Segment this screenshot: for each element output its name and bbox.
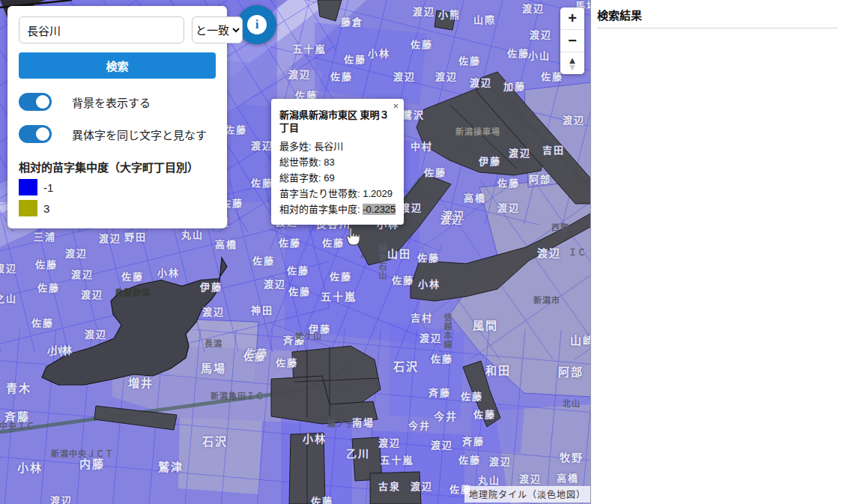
toggle-knob <box>36 95 49 109</box>
info-icon: i <box>247 15 267 34</box>
background-toggle[interactable] <box>19 93 52 111</box>
legend-swatch <box>19 200 37 216</box>
variant-chars-toggle[interactable] <box>19 125 52 143</box>
search-results-panel: 検索結果 <box>590 0 845 504</box>
popup-close-icon[interactable]: × <box>393 101 399 111</box>
map-zoom-control: + − ▲ ▼ <box>560 7 584 74</box>
legend: -13 <box>19 179 216 216</box>
search-button[interactable]: 検索 <box>19 52 216 79</box>
popup-stat-value: -0.2325 <box>363 204 396 215</box>
toggle-knob <box>36 127 49 141</box>
popup-stat-value: 長谷川 <box>314 141 343 152</box>
popup-stat-row: 総世帯数: 83 <box>279 154 396 170</box>
legend-value: 3 <box>43 202 49 215</box>
zoom-in-button[interactable]: + <box>560 7 584 30</box>
map-attribution: 地理院タイル（淡色地図） <box>464 486 590 503</box>
popup-stat-row: 苗字当たり世帯数: 1.2029 <box>279 186 396 201</box>
legend-title: 相対的苗字集中度（大字町丁目別） <box>19 159 216 174</box>
results-divider <box>597 28 838 28</box>
popup-stat-value: 69 <box>324 172 334 183</box>
popup-stat-row: 総苗字数: 69 <box>279 170 396 186</box>
background-toggle-label: 背景を表示する <box>72 94 151 110</box>
popup-stat-row: 最多姓: 長谷川 <box>279 139 396 154</box>
results-title: 検索結果 <box>597 7 838 22</box>
app-window: 藤倉渡辺小熊山際渡辺渡辺馬場五十嵐佐藤小林佐藤佐藤佐藤小山渡辺佐藤渡辺渡辺渡辺加… <box>0 0 845 504</box>
legend-value: -1 <box>43 181 53 194</box>
feature-popup: × 新潟県新潟市東区 東明３丁目 最多姓: 長谷川総世帯数: 83総苗字数: 6… <box>271 99 404 225</box>
compass-reset-button[interactable]: ▲ ▼ <box>560 52 584 74</box>
map[interactable]: 藤倉渡辺小熊山際渡辺渡辺馬場五十嵐佐藤小林佐藤佐藤佐藤小山渡辺佐藤渡辺渡辺渡辺加… <box>0 0 590 504</box>
popup-stat-value: 1.2029 <box>363 188 393 199</box>
popup-title: 新潟県新潟市東区 東明３丁目 <box>279 109 396 134</box>
popup-stat-row: 相対的苗字集中度: -0.2325 <box>279 201 396 217</box>
legend-swatch <box>19 179 37 195</box>
surname-search-input[interactable] <box>19 16 184 43</box>
popup-stat-value: 83 <box>324 157 334 168</box>
legend-item: 3 <box>19 200 216 216</box>
search-panel: と一致 検索 背景を表示する 異体字を同じ文字と見なす 相対的苗字集中度（大字町… <box>7 6 227 228</box>
compass-down-icon: ▼ <box>568 64 578 70</box>
match-mode-select[interactable]: と一致 <box>192 16 243 43</box>
legend-item: -1 <box>19 179 216 195</box>
zoom-out-button[interactable]: − <box>560 30 584 52</box>
popup-stats: 最多姓: 長谷川総世帯数: 83総苗字数: 69苗字当たり世帯数: 1.2029… <box>279 139 396 217</box>
variant-chars-toggle-label: 異体字を同じ文字と見なす <box>72 127 207 142</box>
info-button[interactable]: i <box>237 5 276 44</box>
